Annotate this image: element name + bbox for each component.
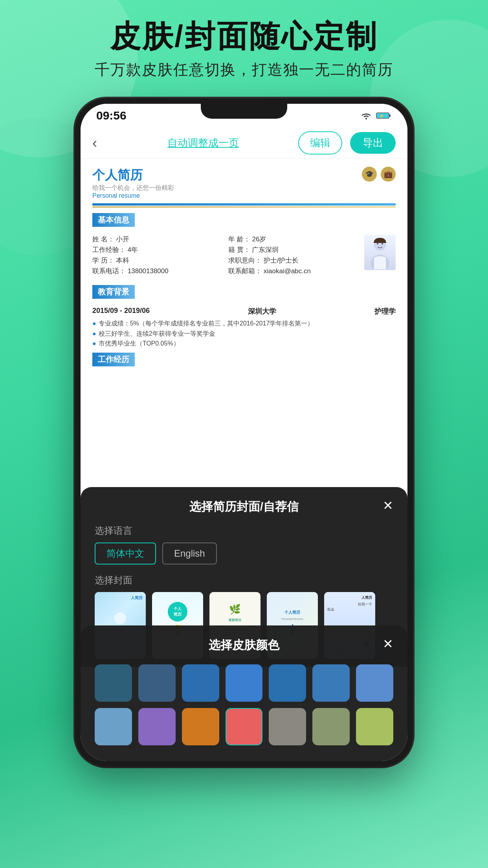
color-swatch-13[interactable] <box>312 708 350 745</box>
edu-bullet-text-2: 校三好学生、连续2年获得专业一等奖学金 <box>99 329 215 339</box>
edu-value: 本科 <box>116 257 129 264</box>
color-swatch-1[interactable] <box>95 664 132 702</box>
color-swatch-3[interactable] <box>182 664 219 702</box>
edu-bullet-2: ● 校三好学生、连续2年获得专业一等奖学金 <box>92 329 396 339</box>
color-grid-row2 <box>95 708 393 745</box>
lang-section-label: 选择语言 <box>95 524 393 537</box>
exp-field: 工作经验： 4年 <box>92 245 224 254</box>
color-swatch-4[interactable] <box>226 664 263 702</box>
edu-bullet-3: ● 市优秀毕业生（TOP0.05%） <box>92 338 396 349</box>
exp-value: 4年 <box>128 246 138 254</box>
header-title: 皮肤/封面随心定制 <box>0 20 488 53</box>
color-grid-row1 <box>95 664 393 702</box>
resume-subtitle-cn: 给我一个机会，还您一份精彩 <box>92 184 174 192</box>
avatar-inner <box>364 235 396 270</box>
info-grid: 姓 名： 小开 年 龄： 26岁 工作经验： 4年 籍 贯： <box>92 235 360 276</box>
phone-value: 13800138000 <box>128 267 169 275</box>
bullet-dot-3: ● <box>92 338 96 349</box>
wifi-icon <box>360 111 372 120</box>
name-label: 姓 名： <box>92 235 114 243</box>
email-field: 联系邮箱： xiaokai@abc.cn <box>228 267 360 276</box>
cover-section-label: 选择封面 <box>95 574 393 587</box>
work-header: 工作经历 <box>92 353 135 366</box>
modal-skin: 选择皮肤颜色 ✕ <box>81 625 407 761</box>
resume-title-block: 个人简历 给我一个机会，还您一份精彩 Personal resume <box>92 167 174 199</box>
back-button[interactable]: ‹ <box>92 135 108 151</box>
export-button[interactable]: 导出 <box>350 132 396 154</box>
color-swatch-12[interactable] <box>269 708 306 745</box>
edu-label: 学 历： <box>92 257 114 264</box>
color-swatch-6[interactable] <box>312 664 350 702</box>
nav-center: 自动调整成一页 <box>116 136 290 150</box>
work-section: 工作经历 <box>92 353 396 370</box>
color-swatch-5[interactable] <box>269 664 306 702</box>
edu-bullet-1: ● 专业成绩：5%（每个学年成绩排名专业前三，其中2016-2017学年排名第一… <box>92 318 396 329</box>
graduation-icon: 🎓 <box>362 167 377 182</box>
svg-text:⚡: ⚡ <box>379 114 384 119</box>
modal-cover-close[interactable]: ✕ <box>383 498 393 513</box>
edu-header-row: 2015/09 - 2019/06 深圳大学 护理学 <box>92 307 396 316</box>
edit-button[interactable]: 编辑 <box>298 131 342 154</box>
edu-bullets: ● 专业成绩：5%（每个学年成绩排名专业前三，其中2016-2017学年排名第一… <box>92 318 396 349</box>
color-swatch-7[interactable] <box>356 664 393 702</box>
age-field: 年 龄： 26岁 <box>228 235 360 244</box>
svg-point-7 <box>382 243 383 245</box>
edu-major: 护理学 <box>374 307 396 316</box>
nav-bar: ‹ 自动调整成一页 编辑 导出 <box>81 127 407 159</box>
resume-content: 个人简历 给我一个机会，还您一份精彩 Personal resume 🎓 💼 基… <box>81 159 407 378</box>
info-with-avatar: 姓 名： 小开 年 龄： 26岁 工作经验： 4年 籍 贯： <box>92 235 396 280</box>
svg-rect-2 <box>389 114 391 117</box>
skin-title: 选择皮肤颜色 <box>95 637 393 653</box>
header-area: 皮肤/封面随心定制 千万款皮肤任意切换，打造独一无二的简历 <box>0 20 488 80</box>
phone-screen: 09:56 ⚡ ‹ 自动调整成一页 <box>81 104 407 761</box>
modal-cover-title: 选择简历封面/自荐信 <box>95 499 393 515</box>
education-header: 教育背景 <box>92 285 135 299</box>
phone-field: 联系电话： 13800138000 <box>92 267 224 276</box>
edu-period: 2015/09 - 2019/06 <box>92 307 150 316</box>
lang-buttons: 简体中文 English <box>95 542 393 565</box>
color-swatch-9[interactable] <box>138 708 176 745</box>
svg-point-6 <box>377 243 378 245</box>
intent-label: 求职意向： <box>228 257 262 264</box>
battery-icon: ⚡ <box>376 112 392 120</box>
edu-school: 深圳大学 <box>248 307 276 316</box>
hometown-value: 广东深圳 <box>252 246 279 254</box>
intent-value: 护士/护士长 <box>264 257 299 264</box>
edu-bullet-text-3: 市优秀毕业生（TOP0.05%） <box>99 338 180 349</box>
resume-main-title: 个人简历 <box>92 168 143 182</box>
notch <box>201 104 287 119</box>
education-section: 教育背景 2015/09 - 2019/06 深圳大学 护理学 ● 专业成绩：5… <box>92 285 396 349</box>
basic-info-header: 基本信息 <box>92 213 135 227</box>
name-value: 小开 <box>116 235 129 243</box>
resume-header: 个人简历 给我一个机会，还您一份精彩 Personal resume 🎓 💼 <box>92 167 396 199</box>
gold-divider <box>92 206 396 208</box>
color-swatch-8[interactable] <box>95 708 132 745</box>
status-icons: ⚡ <box>360 111 392 120</box>
bullet-dot-1: ● <box>92 318 96 329</box>
status-bar: 09:56 ⚡ <box>81 104 407 127</box>
resume-subtitle-en: Personal resume <box>92 192 174 199</box>
exp-label: 工作经验： <box>92 246 126 254</box>
hometown-label: 籍 贯： <box>228 246 250 254</box>
age-label: 年 龄： <box>228 235 250 243</box>
hometown-field: 籍 贯： 广东深圳 <box>228 245 360 254</box>
basic-info-section: 基本信息 <box>92 213 396 280</box>
age-value: 26岁 <box>252 235 266 243</box>
blue-divider <box>92 203 396 206</box>
skin-close-button[interactable]: ✕ <box>383 636 393 651</box>
edu-field: 学 历： 本科 <box>92 256 224 265</box>
auto-adjust-text[interactable]: 自动调整成一页 <box>167 137 239 149</box>
email-label: 联系邮箱： <box>228 267 262 275</box>
svg-point-0 <box>365 118 367 120</box>
color-swatch-2[interactable] <box>138 664 176 702</box>
lang-en-button[interactable]: English <box>162 542 217 565</box>
lang-cn-button[interactable]: 简体中文 <box>95 542 156 565</box>
phone-mockup: 09:56 ⚡ ‹ 自动调整成一页 <box>75 98 413 767</box>
header-subtitle: 千万款皮肤任意切换，打造独一无二的简历 <box>0 60 488 80</box>
status-time: 09:56 <box>96 109 127 122</box>
name-field: 姓 名： 小开 <box>92 235 224 244</box>
briefcase-icon: 💼 <box>381 167 396 182</box>
color-swatch-14[interactable] <box>356 708 393 745</box>
color-swatch-10[interactable] <box>182 708 219 745</box>
color-swatch-11[interactable] <box>226 708 263 745</box>
